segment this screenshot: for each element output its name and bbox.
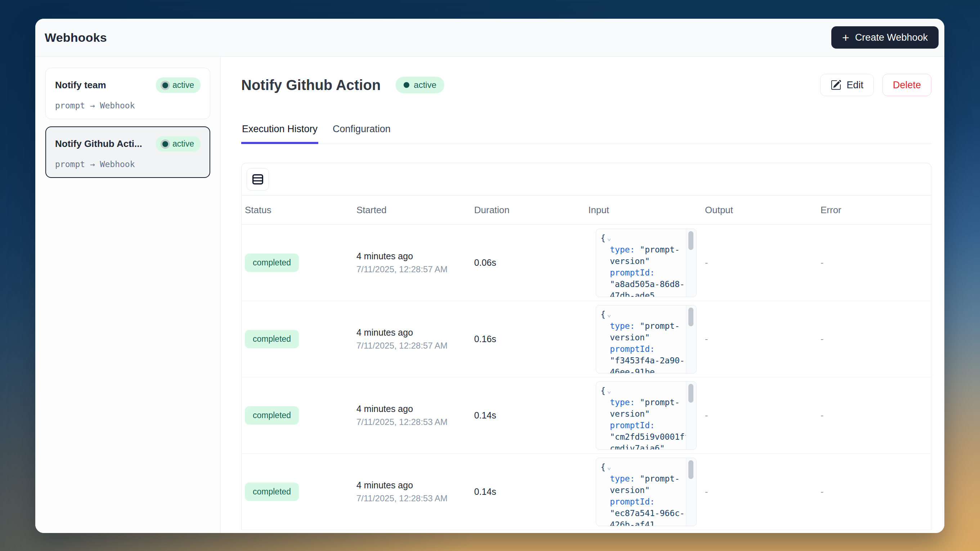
table-header-row: Status Started Duration Input Output Err… [242, 196, 931, 225]
webhook-list-item[interactable]: Notify Github Acti... active prompt → We… [45, 126, 210, 178]
json-line: promptId: [601, 267, 696, 279]
json-line: 426b-af41 [601, 519, 696, 526]
cell-status: completed [245, 253, 356, 272]
webhook-list-item[interactable]: Notify team active prompt → Webhook [45, 68, 210, 119]
started-date: 7/11/2025, 12:28:53 AM [356, 494, 474, 503]
cell-error: - [821, 487, 931, 497]
json-scrollbar[interactable] [686, 458, 696, 526]
json-line: "ec87a541-966c- [601, 507, 696, 519]
status-badge-label: active [172, 139, 194, 149]
cell-status: completed [245, 330, 356, 348]
json-scrollbar-thumb[interactable] [688, 384, 694, 403]
json-scrollbar-thumb[interactable] [688, 307, 694, 326]
error-value: - [821, 410, 823, 420]
tab-configuration[interactable]: Configuration [332, 124, 391, 144]
cell-error: - [821, 410, 931, 420]
json-line: promptId: [601, 496, 696, 507]
status-badge-label: active [172, 80, 194, 90]
status-dot-icon [404, 82, 409, 88]
json-line: "f3453f4a-2a90- [601, 355, 696, 366]
webhooks-window: Webhooks + Create Webhook Notify team ac… [35, 19, 944, 533]
input-json-viewer[interactable]: {⌄type: "prompt-version"promptId:"cm2fd5… [596, 381, 697, 450]
edit-button[interactable]: Edit [820, 74, 874, 96]
json-line: version" [601, 408, 696, 420]
input-json-viewer[interactable]: {⌄type: "prompt-version"promptId:"f3453f… [596, 305, 697, 373]
chevron-down-icon[interactable]: ⌄ [606, 310, 611, 318]
status-badge-label: active [414, 80, 436, 90]
column-header-input: Input [588, 205, 705, 216]
cell-error: - [821, 258, 931, 268]
cell-output: - [705, 410, 821, 420]
window-header: Webhooks + Create Webhook [35, 19, 944, 57]
detail-tabs: Execution History Configuration [241, 124, 931, 144]
error-value: - [821, 258, 823, 268]
input-json-viewer[interactable]: {⌄type: "prompt-version"promptId:"ec87a5… [596, 458, 697, 526]
json-scrollbar-thumb[interactable] [688, 231, 694, 250]
cell-output: - [705, 487, 821, 497]
status-dot-icon [162, 83, 168, 88]
chevron-down-icon[interactable]: ⌄ [606, 462, 611, 471]
cell-status: completed [245, 406, 356, 425]
table-row[interactable]: completed 4 minutes ago 7/11/2025, 12:28… [242, 301, 931, 377]
json-line: 46ee-91be [601, 366, 696, 373]
cell-output: - [705, 334, 821, 344]
column-header-output: Output [705, 205, 821, 216]
table-row[interactable]: completed 4 minutes ago 7/11/2025, 12:28… [242, 225, 931, 301]
column-header-duration: Duration [474, 205, 588, 216]
completed-badge: completed [245, 483, 299, 501]
table-rows-view-button[interactable] [247, 168, 269, 191]
webhook-item-route: prompt → Webhook [55, 159, 200, 169]
page-title: Webhooks [45, 30, 107, 45]
json-scrollbar[interactable] [686, 229, 696, 297]
duration-value: 0.14s [474, 487, 496, 497]
json-line: version" [601, 255, 696, 267]
table-body: completed 4 minutes ago 7/11/2025, 12:28… [242, 225, 931, 530]
status-badge: active [156, 77, 200, 93]
webhook-detail-panel: Notify Github Action active [220, 57, 944, 533]
json-line: promptId: [601, 343, 696, 355]
json-line: cmdiv7aia6" [601, 443, 696, 450]
json-line: type: "prompt- [601, 244, 696, 255]
tab-execution-history[interactable]: Execution History [241, 124, 318, 144]
started-relative: 4 minutes ago [356, 327, 474, 338]
error-value: - [821, 487, 823, 497]
table-row[interactable]: completed 4 minutes ago 7/11/2025, 12:28… [242, 454, 931, 530]
json-line: version" [601, 484, 696, 496]
output-value: - [705, 487, 708, 497]
completed-badge: completed [245, 330, 299, 348]
duration-value: 0.06s [474, 258, 496, 268]
json-line: {⌄ [601, 232, 696, 244]
json-line: version" [601, 332, 696, 343]
delete-button[interactable]: Delete [883, 74, 931, 96]
cell-input: {⌄type: "prompt-version"promptId:"ec87a5… [588, 458, 705, 526]
json-line: 47db-ade5 [601, 290, 696, 297]
cell-status: completed [245, 483, 356, 501]
started-date: 7/11/2025, 12:28:57 AM [356, 341, 474, 351]
completed-badge: completed [245, 406, 299, 425]
cell-error: - [821, 334, 931, 344]
json-scrollbar-thumb[interactable] [688, 460, 694, 479]
chevron-down-icon[interactable]: ⌄ [606, 386, 611, 395]
json-scrollbar[interactable] [686, 306, 696, 373]
output-value: - [705, 334, 708, 344]
json-scrollbar[interactable] [686, 382, 696, 449]
webhook-item-name: Notify team [55, 80, 106, 91]
duration-value: 0.14s [474, 410, 496, 420]
started-relative: 4 minutes ago [356, 251, 474, 261]
cell-duration: 0.14s [474, 487, 588, 497]
edit-icon [830, 80, 842, 91]
webhook-list-sidebar: Notify team active prompt → Webhook Noti… [35, 57, 220, 533]
json-line: type: "prompt- [601, 473, 696, 484]
json-line: "a8ad505a-86d8- [601, 279, 696, 290]
duration-value: 0.16s [474, 334, 496, 344]
json-line: type: "prompt- [601, 320, 696, 332]
column-header-error: Error [821, 205, 931, 216]
chevron-down-icon[interactable]: ⌄ [606, 233, 611, 242]
table-toolbar [242, 163, 931, 196]
json-line: type: "prompt- [601, 397, 696, 408]
cell-input: {⌄type: "prompt-version"promptId:"f3453f… [588, 305, 705, 373]
input-json-viewer[interactable]: {⌄type: "prompt-version"promptId:"a8ad50… [596, 229, 697, 297]
column-header-status: Status [245, 205, 356, 216]
create-webhook-button[interactable]: + Create Webhook [831, 26, 939, 49]
table-row[interactable]: completed 4 minutes ago 7/11/2025, 12:28… [242, 377, 931, 454]
